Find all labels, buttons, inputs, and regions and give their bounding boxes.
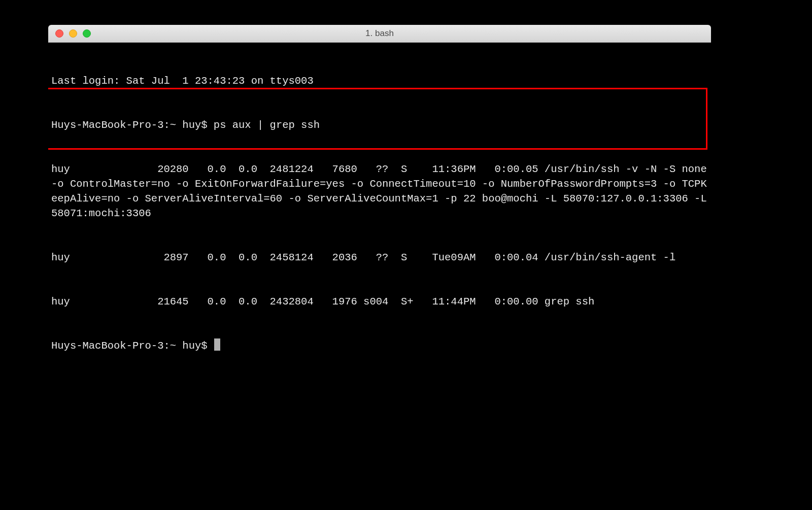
maximize-icon[interactable] — [83, 29, 91, 38]
command-line-1: Huys-MacBook-Pro-3:~ huy$ ps aux | grep … — [51, 118, 708, 132]
ps-output-row-2: huy 2897 0.0 0.0 2458124 2036 ?? S Tue09… — [51, 250, 708, 265]
minimize-icon[interactable] — [69, 29, 77, 38]
traffic-lights — [55, 29, 91, 38]
window-title: 1. bash — [48, 28, 711, 39]
cursor-icon — [214, 338, 220, 351]
terminal-window: 1. bash Last login: Sat Jul 1 23:43:23 o… — [48, 25, 711, 450]
typed-command: ps aux | grep ssh — [214, 119, 320, 131]
command-line-2: Huys-MacBook-Pro-3:~ huy$ — [51, 338, 708, 353]
ps-output-row-1: huy 20280 0.0 0.0 2481224 7680 ?? S 11:3… — [51, 162, 708, 221]
close-icon[interactable] — [55, 29, 63, 38]
window-titlebar[interactable]: 1. bash — [48, 25, 711, 43]
shell-prompt: Huys-MacBook-Pro-3:~ huy$ — [51, 340, 214, 352]
terminal-body[interactable]: Last login: Sat Jul 1 23:43:23 on ttys00… — [48, 43, 711, 450]
shell-prompt: Huys-MacBook-Pro-3:~ huy$ — [51, 119, 214, 131]
ps-output-row-3: huy 21645 0.0 0.0 2432804 1976 s004 S+ 1… — [51, 294, 708, 309]
last-login-line: Last login: Sat Jul 1 23:43:23 on ttys00… — [51, 74, 708, 88]
